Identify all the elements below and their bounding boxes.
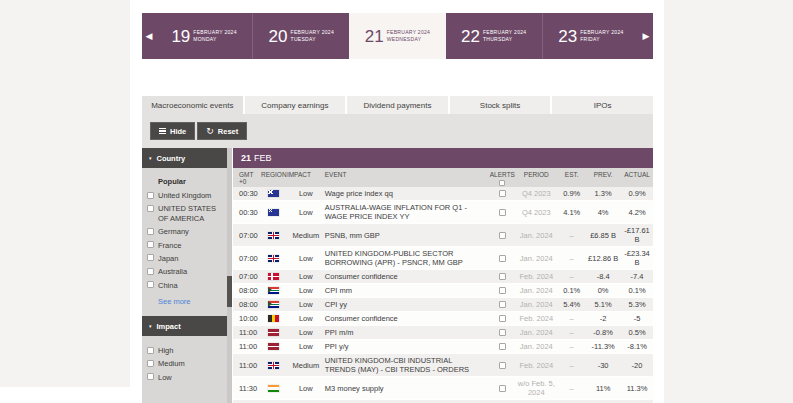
- column-header-label: ACTUAL: [624, 171, 650, 178]
- sidebar-scrollbar[interactable]: [227, 148, 232, 403]
- alert-checkbox[interactable]: [499, 209, 506, 216]
- tab[interactable]: Company earnings: [245, 96, 346, 114]
- checkbox-icon[interactable]: [147, 281, 154, 288]
- flag-lv-icon: [268, 329, 279, 336]
- checkbox-icon[interactable]: [147, 205, 154, 212]
- period-label: Jan. 2024: [514, 300, 558, 309]
- filter-checkbox-item[interactable]: UNITED STATES OF AMERICA: [142, 202, 227, 225]
- checkbox-icon[interactable]: [147, 192, 154, 199]
- alert-checkbox[interactable]: [499, 315, 506, 322]
- date-nav-day[interactable]: 23 FEBRUARY 2024 FRIDAY: [542, 13, 639, 59]
- day-weekday: TUESDAY: [291, 36, 334, 44]
- actual-value: 5.3%: [621, 300, 653, 309]
- table-row[interactable]: 07:00 Medium PSNB, mm GBP Jan. 2024 – £6…: [233, 224, 653, 247]
- filter-checkbox-item[interactable]: Low: [142, 371, 227, 384]
- table-row[interactable]: 00:30 Low AUSTRALIA-WAGE INFLATION FOR Q…: [233, 201, 653, 224]
- checkbox-icon[interactable]: [147, 254, 154, 261]
- checkbox-icon[interactable]: [147, 268, 154, 275]
- day-weekday: WEDNESDAY: [387, 36, 430, 44]
- alert-checkbox[interactable]: [499, 385, 506, 392]
- impact-filter-header[interactable]: ▾ Impact: [142, 316, 227, 336]
- day-month-year: FEBRUARY 2024: [387, 29, 430, 37]
- est-value: –: [558, 342, 585, 351]
- day-weekday: FRIDAY: [580, 36, 623, 44]
- alert-checkbox[interactable]: [499, 343, 506, 350]
- select-all-alerts-checkbox[interactable]: [499, 180, 505, 186]
- table-row[interactable]: 00:30 Low Wage price index qq Q4 2023 0.…: [233, 187, 653, 201]
- page-margin-right: [664, 0, 793, 403]
- tab[interactable]: Macroeconomic events: [142, 96, 243, 114]
- day-number: 22: [461, 28, 480, 45]
- table-row[interactable]: 08:00 Low CPI yy Jan. 2024 5.4% 5.1% 5.3…: [233, 298, 653, 312]
- table-row[interactable]: 11:30 Low M3 money supply w/o Feb. 5, 20…: [233, 377, 653, 400]
- filter-checkbox-item[interactable]: Australia: [142, 265, 227, 278]
- filter-toolbar: Hide ↻ Reset: [142, 114, 653, 148]
- day-month-year: FEBRUARY 2024: [483, 29, 526, 37]
- prev-value: 0%: [585, 286, 621, 295]
- column-header: PERIOD: [514, 171, 558, 178]
- alert-checkbox[interactable]: [499, 232, 506, 239]
- reset-button[interactable]: ↻ Reset: [197, 122, 247, 140]
- alert-checkbox[interactable]: [499, 301, 506, 308]
- actual-value: -5: [621, 314, 653, 323]
- checkbox-icon[interactable]: [147, 347, 154, 354]
- sidebar-scrollbar-thumb[interactable]: [227, 276, 232, 307]
- est-value: 0.9%: [558, 189, 585, 198]
- next-day-button[interactable]: ▶: [639, 13, 653, 59]
- filter-item-label: Japan: [158, 254, 178, 263]
- checkbox-icon[interactable]: [147, 373, 154, 380]
- table-row[interactable]: 11:00 Low PPI m/m Jan. 2024 – -0.8% 0.5%: [233, 326, 653, 340]
- event-name: Consumer confidence: [325, 272, 491, 281]
- actual-value: 11.3%: [621, 384, 653, 393]
- hide-button[interactable]: Hide: [150, 122, 195, 140]
- day-weekday: THURSDAY: [483, 36, 526, 44]
- column-header: ALERTS: [490, 171, 514, 186]
- alert-checkbox[interactable]: [499, 287, 506, 294]
- flag-dk-icon: [268, 273, 279, 280]
- est-value: –: [558, 314, 585, 323]
- alert-cell: [490, 384, 514, 392]
- event-name: CPI mm: [325, 286, 491, 295]
- filter-checkbox-item[interactable]: China: [142, 279, 227, 292]
- alert-checkbox[interactable]: [499, 362, 506, 369]
- table-row[interactable]: 07:00 Low Consumer confidence Feb. 2024 …: [233, 270, 653, 284]
- tab[interactable]: IPOs: [552, 96, 653, 114]
- region-cell: [261, 329, 287, 336]
- event-name: Consumer confidence: [325, 314, 491, 323]
- table-row[interactable]: 11:00 Medium UNITED KINGDOM-CBI INDUSTRI…: [233, 354, 653, 377]
- table-row[interactable]: 08:00 Low CPI mm Jan. 2024 0.1% 0% 0.1%: [233, 284, 653, 298]
- alert-checkbox[interactable]: [499, 329, 506, 336]
- tab[interactable]: Stock splits: [450, 96, 551, 114]
- date-nav-day[interactable]: 19 FEBRUARY 2024 MONDAY: [156, 13, 252, 59]
- region-cell: [261, 190, 287, 197]
- alert-checkbox[interactable]: [499, 255, 506, 262]
- filter-checkbox-item[interactable]: France: [142, 239, 227, 252]
- filter-checkbox-item[interactable]: Medium: [142, 357, 227, 370]
- period-label: Feb. 2024: [514, 314, 558, 323]
- prev-day-button[interactable]: ◀: [142, 13, 156, 59]
- alert-checkbox[interactable]: [499, 273, 506, 280]
- see-more-link[interactable]: See more: [158, 297, 227, 306]
- tab[interactable]: Dividend payments: [347, 96, 448, 114]
- alert-checkbox[interactable]: [499, 190, 506, 197]
- table-date-day: 21: [241, 153, 251, 163]
- checkbox-icon[interactable]: [147, 228, 154, 235]
- table-column-headers: GMT +0 REGION IMPACT EVENT ALERTS PERIOD…: [233, 168, 653, 187]
- checkbox-icon[interactable]: [147, 241, 154, 248]
- date-nav-day[interactable]: 21 FEBRUARY 2024 WEDNESDAY: [349, 13, 445, 59]
- filter-checkbox-item[interactable]: Japan: [142, 252, 227, 265]
- region-cell: [261, 232, 287, 239]
- date-nav-day[interactable]: 20 FEBRUARY 2024 TUESDAY: [252, 13, 349, 59]
- table-row[interactable]: 11:00 Low PPI y/y Jan. 2024 – -11.3% -8.…: [233, 340, 653, 354]
- checkbox-icon[interactable]: [147, 360, 154, 367]
- date-nav-day[interactable]: 22 FEBRUARY 2024 THURSDAY: [446, 13, 542, 59]
- day-month-year: FEBRUARY 2024: [193, 29, 236, 37]
- country-filter-header[interactable]: ▾ Country: [142, 148, 227, 168]
- actual-value: 0.1%: [621, 286, 653, 295]
- table-row[interactable]: 07:00 Low UNITED KINGDOM-PUBLIC SECTOR B…: [233, 247, 653, 270]
- filter-checkbox-item[interactable]: Germany: [142, 225, 227, 238]
- table-row[interactable]: 10:00 Low Consumer confidence Feb. 2024 …: [233, 312, 653, 326]
- filter-checkbox-item[interactable]: High: [142, 344, 227, 357]
- event-name: PPI y/y: [325, 342, 491, 351]
- filter-checkbox-item[interactable]: United Kingdom: [142, 189, 227, 202]
